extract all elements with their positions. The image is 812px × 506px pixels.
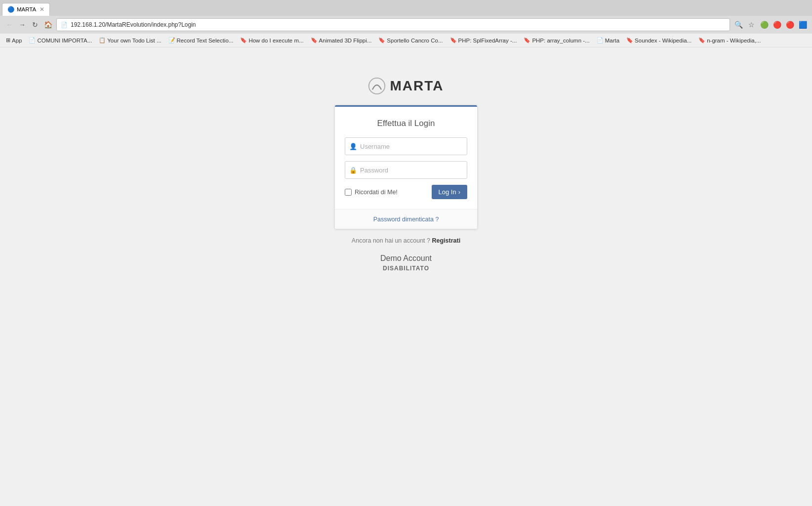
svg-point-0 (369, 78, 385, 94)
home-button[interactable]: 🏠 (42, 19, 53, 30)
app-logo-icon (368, 77, 386, 95)
bookmark-icon: 🔖 (626, 37, 633, 43)
address-icon: 📄 (61, 22, 68, 28)
tabs-bar: 🔵 MARTA ✕ (0, 0, 812, 16)
refresh-button[interactable]: ↻ (30, 19, 41, 30)
login-title: Effettua il Login (345, 119, 467, 128)
back-button[interactable]: ← (4, 19, 15, 30)
bookmark-soundex[interactable]: 🔖 Soundex - Wikipedia... (623, 36, 694, 44)
page-content: MARTA Effettua il Login 👤 🔒 Ricordati di… (0, 47, 812, 506)
bookmark-icon: 🔖 (524, 37, 530, 43)
forward-button[interactable]: → (17, 19, 28, 30)
bookmark-icon: 📄 (597, 37, 604, 43)
username-input[interactable] (360, 143, 463, 150)
bookmark-icon: 🔖 (311, 37, 318, 43)
extension-icon3[interactable]: 🔴 (784, 19, 795, 30)
bookmark-label: Sportello Cancro Co... (387, 38, 443, 43)
bookmark-icon: 🔖 (240, 37, 247, 43)
search-icon[interactable]: 🔍 (733, 19, 744, 30)
bookmark-record[interactable]: 📝 Record Text Selectio... (165, 36, 237, 44)
demo-title: Demo Account (380, 254, 432, 263)
app-name: MARTA (390, 78, 444, 94)
bookmark-marta[interactable]: 📄 Marta (594, 36, 622, 44)
bookmark-label: Your own Todo List ... (107, 38, 161, 43)
bookmark-icon: 🔖 (698, 37, 705, 43)
bookmark-ngram[interactable]: 🔖 n-gram - Wikipedia,... (695, 36, 764, 44)
register-link[interactable]: Registrati (432, 237, 460, 244)
register-section: Ancora non hai un account ? Registrati (352, 237, 460, 244)
bookmark-icon: 📝 (168, 37, 175, 43)
bookmark-label: COMUNI IMPORTA... (37, 38, 92, 43)
no-account-text: Ancora non hai un account ? (352, 237, 430, 244)
bookmark-app[interactable]: ⊞ App (3, 36, 25, 44)
login-button[interactable]: Log In › (432, 185, 468, 199)
username-group: 👤 (345, 137, 467, 155)
nav-buttons: ← → ↻ 🏠 (4, 19, 53, 30)
browser-chrome: 🔵 MARTA ✕ ← → ↻ 🏠 📄 🔍 ☆ 🟢 🔴 🔴 🟦 ⊞ A (0, 0, 812, 47)
bookmark-comuni[interactable]: 📄 COMUNI IMPORTA... (26, 36, 95, 44)
demo-status: DISABILITATO (380, 265, 432, 272)
remember-me-label[interactable]: Ricordati di Me! (345, 189, 398, 196)
bookmark-how[interactable]: 🔖 How do I execute m... (237, 36, 306, 44)
lock-icon: 🔒 (349, 167, 357, 174)
active-tab[interactable]: 🔵 MARTA ✕ (2, 3, 50, 16)
star-icon[interactable]: ☆ (746, 19, 757, 30)
bookmark-todo[interactable]: 📋 Your own Todo List ... (96, 36, 164, 44)
bookmark-label: Marta (605, 38, 619, 43)
tab-favicon: 🔵 (7, 6, 14, 13)
card-footer: Password dimenticata ? (335, 209, 477, 229)
extension-icon4[interactable]: 🟦 (797, 19, 808, 30)
bookmark-label: Soundex - Wikipedia... (635, 38, 691, 43)
bookmark-label: PHP: SplFixedArray -... (458, 38, 517, 43)
bookmark-label: App (12, 38, 22, 43)
forgot-password-link[interactable]: Password dimenticata ? (373, 216, 439, 223)
browser-toolbar: ← → ↻ 🏠 📄 🔍 ☆ 🟢 🔴 🔴 🟦 (0, 16, 812, 34)
bookmark-icon: ⊞ (6, 37, 10, 43)
app-header: MARTA (368, 77, 444, 95)
bookmark-label: n-gram - Wikipedia,... (707, 38, 761, 43)
remember-me-text: Ricordati di Me! (355, 189, 398, 196)
bookmark-sportello[interactable]: 🔖 Sportello Cancro Co... (375, 36, 446, 44)
bookmark-splfixed[interactable]: 🔖 PHP: SplFixedArray -... (447, 36, 520, 44)
address-bar[interactable]: 📄 (56, 18, 730, 31)
extension-icon1[interactable]: 🟢 (759, 19, 770, 30)
login-button-arrow: › (458, 188, 460, 196)
extension-icon2[interactable]: 🔴 (771, 19, 782, 30)
password-input[interactable] (360, 167, 463, 174)
bookmark-label: Record Text Selectio... (177, 38, 234, 43)
tab-close-button[interactable]: ✕ (40, 6, 44, 13)
bookmark-icon: 🔖 (378, 37, 385, 43)
card-body: Effettua il Login 👤 🔒 Ricordati di Me! L… (335, 107, 477, 209)
login-button-text: Log In (439, 188, 456, 196)
bookmark-icon: 📋 (99, 37, 106, 43)
demo-section: Demo Account DISABILITATO (380, 254, 432, 272)
toolbar-actions: 🔍 ☆ 🟢 🔴 🔴 🟦 (733, 19, 808, 30)
login-card: Effettua il Login 👤 🔒 Ricordati di Me! L… (334, 105, 478, 229)
bookmark-label: PHP: array_column -... (532, 38, 589, 43)
address-input[interactable] (71, 21, 726, 28)
bookmark-icon: 🔖 (450, 37, 457, 43)
bookmark-array[interactable]: 🔖 PHP: array_column -... (521, 36, 592, 44)
bookmark-label: How do I execute m... (248, 38, 303, 43)
bookmark-label: Animated 3D Flippi... (319, 38, 372, 43)
tab-title: MARTA (17, 6, 36, 12)
bookmark-animated[interactable]: 🔖 Animated 3D Flippi... (308, 36, 375, 44)
password-group: 🔒 (345, 161, 467, 179)
remember-me-checkbox[interactable] (345, 189, 352, 196)
bookmark-icon: 📄 (29, 37, 36, 43)
login-actions: Ricordati di Me! Log In › (345, 185, 467, 199)
bookmarks-bar: ⊞ App 📄 COMUNI IMPORTA... 📋 Your own Tod… (0, 34, 812, 47)
user-icon: 👤 (349, 143, 357, 150)
